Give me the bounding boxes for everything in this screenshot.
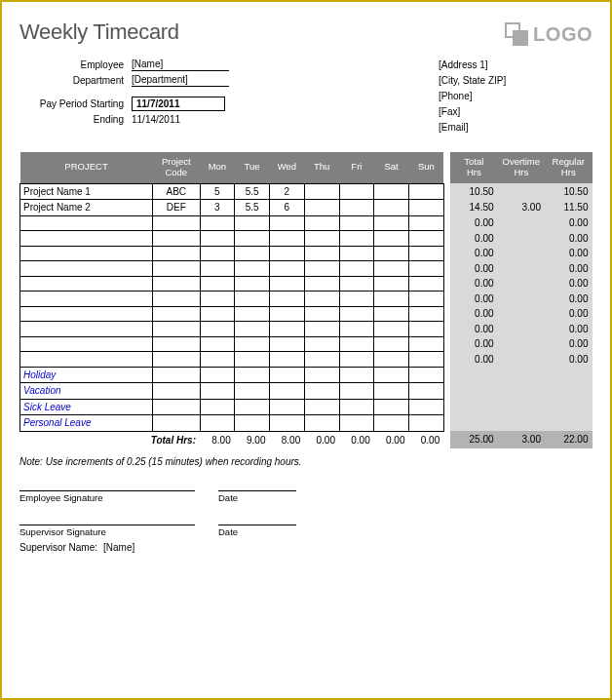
table-cell[interactable]: DEF bbox=[153, 200, 200, 216]
table-cell[interactable] bbox=[200, 215, 235, 231]
table-cell[interactable] bbox=[374, 183, 409, 200]
table-cell[interactable] bbox=[200, 383, 235, 400]
table-cell[interactable] bbox=[270, 292, 305, 307]
table-cell[interactable] bbox=[153, 415, 200, 432]
table-cell[interactable] bbox=[153, 322, 200, 337]
table-cell[interactable] bbox=[270, 336, 305, 352]
table-cell[interactable] bbox=[235, 352, 270, 368]
table-cell[interactable] bbox=[153, 292, 200, 307]
table-cell[interactable] bbox=[339, 246, 374, 261]
supervisor-signature-date-label[interactable]: Date bbox=[218, 525, 296, 537]
table-cell[interactable] bbox=[20, 276, 153, 292]
table-cell[interactable] bbox=[200, 352, 235, 368]
table-cell[interactable] bbox=[235, 383, 270, 400]
table-cell[interactable] bbox=[235, 306, 270, 322]
table-cell[interactable] bbox=[339, 415, 374, 432]
table-cell[interactable] bbox=[20, 261, 153, 277]
table-cell[interactable]: Project Name 1 bbox=[20, 183, 153, 200]
table-cell[interactable] bbox=[200, 231, 235, 247]
employee-signature-label[interactable]: Employee Signature bbox=[19, 490, 195, 503]
table-cell[interactable] bbox=[409, 367, 444, 383]
table-cell[interactable] bbox=[339, 231, 374, 247]
table-cell[interactable] bbox=[374, 383, 409, 400]
table-cell[interactable]: Project Name 2 bbox=[20, 200, 153, 216]
table-cell[interactable] bbox=[339, 336, 374, 352]
table-cell[interactable] bbox=[339, 200, 374, 216]
table-cell[interactable] bbox=[374, 261, 409, 277]
table-cell[interactable] bbox=[270, 215, 305, 231]
table-cell[interactable] bbox=[20, 306, 153, 322]
table-cell[interactable] bbox=[153, 306, 200, 322]
table-cell[interactable] bbox=[409, 415, 444, 432]
table-cell[interactable] bbox=[20, 215, 153, 231]
table-cell[interactable] bbox=[153, 383, 200, 400]
table-cell[interactable] bbox=[200, 399, 235, 415]
table-cell[interactable] bbox=[304, 231, 339, 247]
table-cell[interactable] bbox=[304, 246, 339, 261]
table-cell[interactable] bbox=[270, 276, 305, 292]
table-cell[interactable] bbox=[200, 336, 235, 352]
table-cell[interactable] bbox=[374, 352, 409, 368]
table-cell[interactable] bbox=[409, 200, 444, 216]
table-cell[interactable] bbox=[200, 261, 235, 277]
table-cell[interactable] bbox=[270, 383, 305, 400]
table-cell[interactable] bbox=[409, 246, 444, 261]
table-cell[interactable] bbox=[374, 246, 409, 261]
table-cell[interactable] bbox=[374, 276, 409, 292]
table-cell[interactable] bbox=[409, 399, 444, 415]
table-cell[interactable] bbox=[235, 231, 270, 247]
table-cell[interactable] bbox=[153, 276, 200, 292]
table-cell[interactable]: 6 bbox=[270, 200, 305, 216]
table-cell[interactable] bbox=[409, 352, 444, 368]
table-cell[interactable] bbox=[304, 399, 339, 415]
table-cell[interactable] bbox=[270, 352, 305, 368]
table-cell[interactable] bbox=[235, 322, 270, 337]
table-cell[interactable] bbox=[270, 231, 305, 247]
table-cell[interactable] bbox=[374, 367, 409, 383]
table-cell[interactable] bbox=[304, 383, 339, 400]
table-cell[interactable] bbox=[235, 367, 270, 383]
table-cell[interactable] bbox=[304, 183, 339, 200]
table-cell[interactable] bbox=[20, 352, 153, 368]
pay-start-value[interactable]: 11/7/2011 bbox=[132, 97, 225, 111]
table-cell[interactable] bbox=[374, 415, 409, 432]
table-cell[interactable] bbox=[304, 306, 339, 322]
table-cell[interactable] bbox=[270, 367, 305, 383]
table-cell[interactable] bbox=[235, 336, 270, 352]
table-cell[interactable] bbox=[409, 261, 444, 277]
table-cell[interactable] bbox=[304, 322, 339, 337]
table-cell[interactable] bbox=[20, 292, 153, 307]
table-cell[interactable] bbox=[409, 336, 444, 352]
table-cell[interactable] bbox=[339, 261, 374, 277]
table-cell[interactable] bbox=[304, 415, 339, 432]
table-cell[interactable] bbox=[374, 322, 409, 337]
table-cell[interactable] bbox=[270, 322, 305, 337]
table-cell[interactable] bbox=[304, 215, 339, 231]
table-cell[interactable] bbox=[304, 261, 339, 277]
table-cell[interactable] bbox=[339, 399, 374, 415]
table-cell[interactable] bbox=[153, 215, 200, 231]
table-cell[interactable] bbox=[339, 322, 374, 337]
table-cell[interactable] bbox=[153, 246, 200, 261]
table-cell[interactable] bbox=[153, 352, 200, 368]
table-cell[interactable] bbox=[374, 231, 409, 247]
table-cell[interactable] bbox=[270, 399, 305, 415]
table-cell[interactable] bbox=[235, 276, 270, 292]
table-cell[interactable] bbox=[374, 399, 409, 415]
table-cell[interactable] bbox=[409, 306, 444, 322]
table-cell[interactable] bbox=[409, 383, 444, 400]
table-cell[interactable] bbox=[270, 306, 305, 322]
table-cell[interactable] bbox=[339, 215, 374, 231]
table-cell[interactable] bbox=[374, 200, 409, 216]
table-cell[interactable] bbox=[409, 215, 444, 231]
table-cell[interactable] bbox=[374, 215, 409, 231]
table-cell[interactable] bbox=[153, 399, 200, 415]
table-cell[interactable] bbox=[270, 246, 305, 261]
table-cell[interactable] bbox=[409, 322, 444, 337]
table-cell[interactable] bbox=[235, 261, 270, 277]
table-cell[interactable] bbox=[339, 383, 374, 400]
department-value[interactable]: [Department] bbox=[132, 73, 229, 87]
table-cell[interactable] bbox=[339, 306, 374, 322]
table-cell[interactable] bbox=[153, 336, 200, 352]
supervisor-signature-label[interactable]: Supervisor Signature bbox=[19, 525, 195, 537]
